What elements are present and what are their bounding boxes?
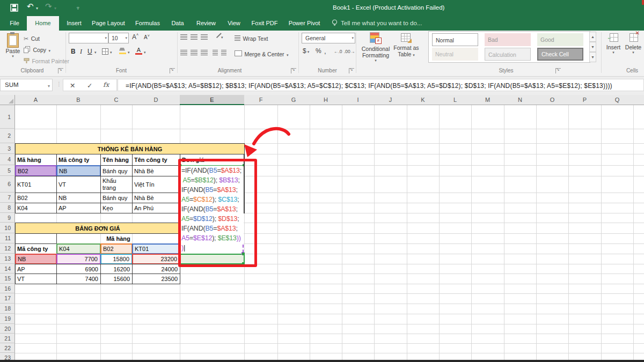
gallery-more-icon[interactable]: ▼ [589, 52, 596, 62]
enter-icon[interactable]: ✓ [87, 82, 92, 90]
align-right-icon[interactable] [201, 50, 208, 55]
col-header-P[interactable]: P [568, 95, 602, 105]
cell-B11[interactable]: Mã hàng [56, 233, 180, 244]
select-all-corner[interactable] [0, 95, 15, 105]
cancel-icon[interactable]: ✕ [70, 82, 75, 90]
col-header-B[interactable]: B [56, 95, 101, 105]
cell-C7[interactable]: Bánh quy [100, 193, 133, 203]
gallery-up-icon[interactable]: ▲ [589, 32, 596, 42]
tab-home[interactable]: Home [27, 16, 59, 31]
currency-button[interactable]: $▾ [303, 47, 309, 55]
col-header-I[interactable]: I [342, 95, 375, 105]
tab-page-layout[interactable]: Page Layout [87, 16, 129, 31]
align-bottom-icon[interactable] [201, 34, 208, 40]
tab-foxit-pdf[interactable]: Foxit PDF [247, 16, 282, 31]
cell-A14[interactable]: AP [15, 264, 57, 274]
cut-button[interactable]: ✂ Cut [24, 33, 40, 43]
row-header-16[interactable]: 16 [0, 284, 15, 293]
fill-color-button[interactable] [119, 48, 126, 54]
comma-button[interactable]: , [324, 47, 326, 55]
col-header-N[interactable]: N [504, 95, 537, 105]
font-color-button[interactable]: A [135, 47, 142, 55]
qat-customize-icon[interactable]: ▿ [77, 5, 79, 11]
cell-B15[interactable]: 7400 [56, 274, 101, 284]
style-chip-bad[interactable]: Bad [485, 33, 531, 46]
col-header-J[interactable]: J [374, 95, 407, 105]
formula-input[interactable]: =IF(AND(B5=$A$13; A5=$B$12); $B$13; IF(A… [118, 79, 644, 91]
cell-A11[interactable] [15, 233, 57, 244]
decrease-decimal-icon[interactable]: .00→ [344, 49, 355, 54]
font-name-combo[interactable]: ▾ [69, 33, 108, 43]
col-header-A[interactable]: A [15, 95, 57, 105]
cell-A15[interactable]: VT [15, 274, 57, 284]
paste-button[interactable]: Paste ▾ [3, 32, 23, 67]
row-header-11[interactable]: 11 [0, 233, 15, 243]
tab-insert[interactable]: Insert [61, 16, 87, 31]
align-middle-icon[interactable] [191, 34, 197, 40]
cell-D6[interactable]: Việt Tín [132, 176, 180, 193]
cell-D12[interactable]: KT01 [132, 243, 180, 254]
col-header-E[interactable]: E [180, 95, 245, 105]
cell-B7[interactable]: NB [56, 193, 101, 203]
merge-center-button[interactable]: Merge & Center ▾ [235, 49, 289, 58]
cell-D7[interactable]: Nhà Bè [132, 193, 180, 203]
tab-file[interactable]: File [4, 16, 25, 31]
grow-font-button[interactable]: A˄ [132, 33, 138, 41]
cell-A10[interactable]: BẢNG ĐƠN GIÁ [15, 223, 180, 234]
cell-A6[interactable]: KT01 [15, 176, 57, 193]
col-header-Q[interactable]: Q [601, 95, 634, 105]
align-center-icon[interactable] [191, 50, 197, 55]
cell-A7[interactable]: B02 [15, 193, 57, 203]
conditional-formatting-button[interactable]: ≠ Conditional Formatting ▾ [361, 32, 391, 63]
row-header-8[interactable]: 8 [0, 203, 15, 213]
cell-C8[interactable]: Kẹo [100, 203, 133, 213]
cell-A12[interactable]: Mã công ty [15, 243, 57, 254]
cell-C15[interactable]: 15600 [100, 274, 133, 284]
cell-A5[interactable]: B02 [15, 165, 57, 176]
cell-B5[interactable]: NB [56, 165, 101, 176]
cell-A8[interactable]: K04 [15, 203, 57, 213]
wrap-text-button[interactable]: Wrap Text [235, 33, 268, 43]
col-header-F[interactable]: F [244, 95, 278, 105]
formula-bar-splitter[interactable]: ⋮ [56, 81, 62, 87]
row-header-14[interactable]: 14 [0, 264, 15, 274]
borders-icon[interactable] [102, 48, 108, 55]
shrink-font-button[interactable]: A˅ [144, 34, 150, 40]
bold-button[interactable]: B [71, 48, 76, 55]
cell-C4[interactable]: Tên hàng [100, 154, 133, 166]
cell-B14[interactable]: 6900 [56, 264, 101, 274]
undo-caret-icon[interactable]: ▾ [36, 6, 38, 11]
row-header-5[interactable]: 5 [0, 165, 15, 176]
insert-button[interactable]: ← Insert ▾ [604, 32, 623, 55]
format-painter-button[interactable]: Format Painter [24, 56, 69, 65]
cell-C5[interactable]: Bánh quy [100, 165, 133, 176]
clipboard-dialog-launcher[interactable] [58, 68, 63, 73]
increase-indent-icon[interactable] [221, 50, 226, 55]
cell-D13[interactable]: 23200 [132, 254, 180, 264]
tab-formulas[interactable]: Formulas [131, 16, 164, 31]
format-as-table-button[interactable]: Format as Table ▾ [393, 32, 420, 57]
cell-D5[interactable]: Nhà Bè [132, 165, 180, 176]
row-header-9[interactable]: 9 [0, 213, 15, 223]
cell-D4[interactable]: Tên công ty [132, 154, 180, 166]
col-header-G[interactable]: G [277, 95, 310, 105]
redo-icon[interactable]: ↷ [45, 3, 52, 10]
font-color-caret-icon[interactable]: ▾ [144, 50, 146, 55]
percent-button[interactable]: % [316, 47, 321, 55]
cell-D14[interactable]: 24000 [132, 264, 180, 274]
styles-dialog-launcher[interactable] [555, 68, 561, 73]
row-header-12[interactable]: 12 [0, 243, 15, 254]
alignment-dialog-launcher[interactable] [291, 68, 296, 73]
tab-view[interactable]: View [223, 16, 245, 31]
style-chip-check-cell[interactable]: Check Cell [537, 48, 583, 61]
orientation-icon[interactable] [213, 33, 220, 40]
align-top-icon[interactable] [180, 34, 187, 40]
row-header-2[interactable]: 2 [0, 129, 15, 143]
col-header-M[interactable]: M [471, 95, 504, 105]
borders-caret-icon[interactable]: ▾ [110, 50, 112, 55]
gallery-down-icon[interactable]: ▼ [589, 42, 596, 52]
underline-button[interactable]: U [87, 48, 92, 55]
undo-icon[interactable]: ↶ [27, 3, 34, 10]
col-header-C[interactable]: C [100, 95, 133, 105]
cell-C14[interactable]: 16200 [100, 264, 133, 274]
